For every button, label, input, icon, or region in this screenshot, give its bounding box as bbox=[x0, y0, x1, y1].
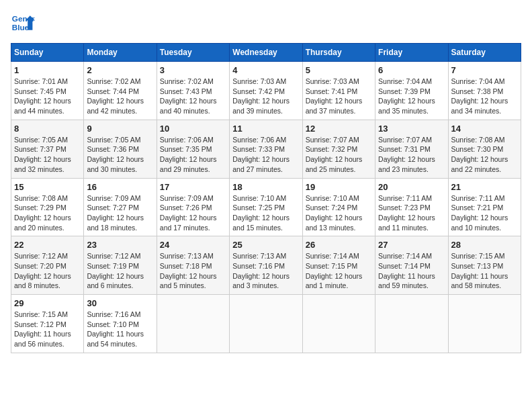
calendar-cell: 30Sunrise: 7:16 AMSunset: 7:10 PMDayligh… bbox=[84, 295, 157, 353]
day-number: 23 bbox=[87, 240, 153, 250]
calendar-cell: 29Sunrise: 7:15 AMSunset: 7:12 PMDayligh… bbox=[11, 295, 84, 353]
svg-text:Blue: Blue bbox=[12, 23, 30, 32]
day-info: Sunrise: 7:12 AMSunset: 7:19 PMDaylight:… bbox=[87, 251, 153, 291]
calendar-cell: 17Sunrise: 7:09 AMSunset: 7:26 PMDayligh… bbox=[157, 178, 229, 236]
day-number: 21 bbox=[451, 182, 518, 192]
calendar-cell: 13Sunrise: 7:07 AMSunset: 7:31 PMDayligh… bbox=[375, 120, 448, 178]
day-info: Sunrise: 7:10 AMSunset: 7:25 PMDaylight:… bbox=[232, 193, 299, 233]
day-info: Sunrise: 7:14 AMSunset: 7:15 PMDaylight:… bbox=[306, 251, 372, 291]
day-number: 2 bbox=[87, 65, 153, 75]
day-info: Sunrise: 7:03 AMSunset: 7:41 PMDaylight:… bbox=[306, 77, 372, 116]
calendar-cell: 8Sunrise: 7:05 AMSunset: 7:37 PMDaylight… bbox=[11, 120, 84, 178]
col-header-sunday: Sunday bbox=[11, 44, 84, 62]
col-header-friday: Friday bbox=[375, 44, 448, 62]
calendar-cell: 9Sunrise: 7:05 AMSunset: 7:36 PMDaylight… bbox=[84, 120, 157, 178]
col-header-monday: Monday bbox=[84, 44, 157, 62]
day-number: 19 bbox=[306, 182, 372, 192]
calendar-cell: 14Sunrise: 7:08 AMSunset: 7:30 PMDayligh… bbox=[448, 120, 521, 178]
calendar-cell: 23Sunrise: 7:12 AMSunset: 7:19 PMDayligh… bbox=[84, 236, 157, 295]
day-number: 9 bbox=[87, 124, 153, 134]
calendar-cell: 26Sunrise: 7:14 AMSunset: 7:15 PMDayligh… bbox=[302, 236, 375, 295]
day-number: 25 bbox=[232, 240, 299, 250]
col-header-saturday: Saturday bbox=[448, 44, 521, 62]
day-info: Sunrise: 7:13 AMSunset: 7:18 PMDaylight:… bbox=[160, 251, 226, 291]
calendar-cell bbox=[375, 295, 448, 353]
day-info: Sunrise: 7:12 AMSunset: 7:20 PMDaylight:… bbox=[14, 251, 81, 291]
calendar-week-5: 29Sunrise: 7:15 AMSunset: 7:12 PMDayligh… bbox=[11, 295, 521, 353]
day-number: 24 bbox=[160, 240, 226, 250]
day-info: Sunrise: 7:09 AMSunset: 7:27 PMDaylight:… bbox=[87, 193, 153, 233]
calendar-cell bbox=[302, 295, 375, 353]
day-number: 16 bbox=[87, 182, 153, 192]
calendar-cell: 4Sunrise: 7:03 AMSunset: 7:42 PMDaylight… bbox=[230, 62, 302, 120]
day-info: Sunrise: 7:14 AMSunset: 7:14 PMDaylight:… bbox=[378, 251, 445, 291]
day-number: 7 bbox=[451, 65, 518, 75]
logo-icon: General Blue bbox=[11, 11, 35, 35]
day-info: Sunrise: 7:06 AMSunset: 7:33 PMDaylight:… bbox=[232, 135, 299, 175]
day-info: Sunrise: 7:04 AMSunset: 7:39 PMDaylight:… bbox=[378, 77, 445, 116]
calendar-cell: 11Sunrise: 7:06 AMSunset: 7:33 PMDayligh… bbox=[230, 120, 302, 178]
calendar-cell: 7Sunrise: 7:04 AMSunset: 7:38 PMDaylight… bbox=[448, 62, 521, 120]
calendar-week-4: 22Sunrise: 7:12 AMSunset: 7:20 PMDayligh… bbox=[11, 236, 521, 295]
day-info: Sunrise: 7:08 AMSunset: 7:29 PMDaylight:… bbox=[14, 193, 81, 233]
col-header-wednesday: Wednesday bbox=[230, 44, 302, 62]
day-number: 12 bbox=[306, 124, 372, 134]
logo: General Blue bbox=[11, 11, 35, 35]
day-number: 28 bbox=[451, 240, 518, 250]
calendar-cell: 19Sunrise: 7:10 AMSunset: 7:24 PMDayligh… bbox=[302, 178, 375, 236]
col-header-thursday: Thursday bbox=[302, 44, 375, 62]
day-info: Sunrise: 7:02 AMSunset: 7:43 PMDaylight:… bbox=[160, 77, 226, 116]
day-info: Sunrise: 7:05 AMSunset: 7:36 PMDaylight:… bbox=[87, 135, 153, 175]
day-info: Sunrise: 7:15 AMSunset: 7:13 PMDaylight:… bbox=[451, 251, 518, 291]
day-info: Sunrise: 7:02 AMSunset: 7:44 PMDaylight:… bbox=[87, 77, 153, 116]
day-number: 1 bbox=[14, 65, 81, 75]
day-number: 3 bbox=[160, 65, 226, 75]
calendar-cell: 18Sunrise: 7:10 AMSunset: 7:25 PMDayligh… bbox=[230, 178, 302, 236]
calendar-cell: 5Sunrise: 7:03 AMSunset: 7:41 PMDaylight… bbox=[302, 62, 375, 120]
calendar-table: SundayMondayTuesdayWednesdayThursdayFrid… bbox=[11, 43, 521, 353]
day-number: 22 bbox=[14, 240, 81, 250]
calendar-cell: 2Sunrise: 7:02 AMSunset: 7:44 PMDaylight… bbox=[84, 62, 157, 120]
calendar-week-2: 8Sunrise: 7:05 AMSunset: 7:37 PMDaylight… bbox=[11, 120, 521, 178]
calendar-cell: 6Sunrise: 7:04 AMSunset: 7:39 PMDaylight… bbox=[375, 62, 448, 120]
day-number: 27 bbox=[378, 240, 445, 250]
day-number: 13 bbox=[378, 124, 445, 134]
day-number: 29 bbox=[14, 298, 81, 308]
calendar-cell: 12Sunrise: 7:07 AMSunset: 7:32 PMDayligh… bbox=[302, 120, 375, 178]
calendar-cell: 15Sunrise: 7:08 AMSunset: 7:29 PMDayligh… bbox=[11, 178, 84, 236]
page-header: General Blue bbox=[11, 11, 521, 35]
day-number: 18 bbox=[232, 182, 299, 192]
calendar-cell: 24Sunrise: 7:13 AMSunset: 7:18 PMDayligh… bbox=[157, 236, 229, 295]
calendar-cell: 25Sunrise: 7:13 AMSunset: 7:16 PMDayligh… bbox=[230, 236, 302, 295]
calendar-cell bbox=[230, 295, 302, 353]
day-info: Sunrise: 7:11 AMSunset: 7:21 PMDaylight:… bbox=[451, 193, 518, 233]
col-header-tuesday: Tuesday bbox=[157, 44, 229, 62]
day-info: Sunrise: 7:11 AMSunset: 7:23 PMDaylight:… bbox=[378, 193, 445, 233]
day-number: 8 bbox=[14, 124, 81, 134]
day-number: 11 bbox=[232, 124, 299, 134]
day-info: Sunrise: 7:08 AMSunset: 7:30 PMDaylight:… bbox=[451, 135, 518, 175]
calendar-cell: 16Sunrise: 7:09 AMSunset: 7:27 PMDayligh… bbox=[84, 178, 157, 236]
day-info: Sunrise: 7:04 AMSunset: 7:38 PMDaylight:… bbox=[451, 77, 518, 116]
day-number: 5 bbox=[306, 65, 372, 75]
calendar-week-3: 15Sunrise: 7:08 AMSunset: 7:29 PMDayligh… bbox=[11, 178, 521, 236]
day-info: Sunrise: 7:13 AMSunset: 7:16 PMDaylight:… bbox=[232, 251, 299, 291]
calendar-cell: 10Sunrise: 7:06 AMSunset: 7:35 PMDayligh… bbox=[157, 120, 229, 178]
day-info: Sunrise: 7:05 AMSunset: 7:37 PMDaylight:… bbox=[14, 135, 81, 175]
calendar-cell: 27Sunrise: 7:14 AMSunset: 7:14 PMDayligh… bbox=[375, 236, 448, 295]
day-info: Sunrise: 7:10 AMSunset: 7:24 PMDaylight:… bbox=[306, 193, 372, 233]
calendar-cell bbox=[448, 295, 521, 353]
calendar-header-row: SundayMondayTuesdayWednesdayThursdayFrid… bbox=[11, 44, 521, 62]
day-number: 17 bbox=[160, 182, 226, 192]
day-number: 15 bbox=[14, 182, 81, 192]
day-number: 14 bbox=[451, 124, 518, 134]
calendar-cell: 1Sunrise: 7:01 AMSunset: 7:45 PMDaylight… bbox=[11, 62, 84, 120]
day-info: Sunrise: 7:16 AMSunset: 7:10 PMDaylight:… bbox=[87, 310, 153, 349]
day-info: Sunrise: 7:03 AMSunset: 7:42 PMDaylight:… bbox=[232, 77, 299, 116]
calendar-cell: 28Sunrise: 7:15 AMSunset: 7:13 PMDayligh… bbox=[448, 236, 521, 295]
calendar-cell bbox=[157, 295, 229, 353]
day-info: Sunrise: 7:15 AMSunset: 7:12 PMDaylight:… bbox=[14, 310, 81, 349]
day-number: 26 bbox=[306, 240, 372, 250]
day-number: 4 bbox=[232, 65, 299, 75]
day-info: Sunrise: 7:06 AMSunset: 7:35 PMDaylight:… bbox=[160, 135, 226, 175]
